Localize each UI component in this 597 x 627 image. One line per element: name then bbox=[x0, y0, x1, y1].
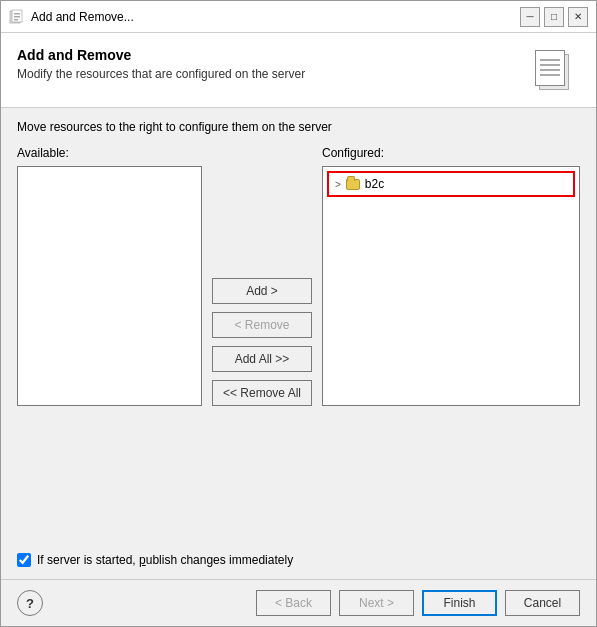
doc-line bbox=[540, 64, 560, 66]
item-folder-icon bbox=[345, 176, 361, 192]
available-label-text: Available: bbox=[17, 146, 69, 160]
configured-label-text: Configured: bbox=[322, 146, 384, 160]
back-label: < Back bbox=[275, 596, 312, 610]
maximize-button[interactable]: □ bbox=[544, 7, 564, 27]
buttons-panel: Add > < Remove Add All >> << Remove All bbox=[202, 146, 322, 537]
cancel-button[interactable]: Cancel bbox=[505, 590, 580, 616]
svg-rect-3 bbox=[14, 16, 20, 18]
doc-front bbox=[535, 50, 565, 86]
doc-line bbox=[540, 59, 560, 61]
minimize-button[interactable]: ─ bbox=[520, 7, 540, 27]
main-window: Add and Remove... ─ □ ✕ Add and Remove M… bbox=[0, 0, 597, 627]
next-label: Next > bbox=[359, 596, 394, 610]
remove-all-button[interactable]: << Remove All bbox=[212, 380, 312, 406]
doc-line bbox=[540, 74, 560, 76]
checkbox-label-text: If server is started, publish changes im… bbox=[37, 553, 293, 567]
help-button[interactable]: ? bbox=[17, 590, 43, 616]
item-expand-arrow: > bbox=[335, 179, 341, 190]
lists-area: Available: Add > < Remove Add All >> << … bbox=[17, 146, 580, 537]
footer-buttons: < Back Next > Finish Cancel bbox=[256, 590, 580, 616]
close-button[interactable]: ✕ bbox=[568, 7, 588, 27]
title-bar-buttons: ─ □ ✕ bbox=[520, 7, 588, 27]
doc-line bbox=[540, 69, 560, 71]
back-button[interactable]: < Back bbox=[256, 590, 331, 616]
remove-button[interactable]: < Remove bbox=[212, 312, 312, 338]
publish-checkbox[interactable] bbox=[17, 553, 31, 567]
svg-rect-2 bbox=[14, 13, 20, 15]
header-icon bbox=[532, 47, 580, 95]
add-all-button[interactable]: Add All >> bbox=[212, 346, 312, 372]
header-section: Add and Remove Modify the resources that… bbox=[1, 33, 596, 108]
doc-lines bbox=[540, 59, 560, 76]
next-button[interactable]: Next > bbox=[339, 590, 414, 616]
available-list[interactable] bbox=[17, 166, 202, 406]
svg-rect-4 bbox=[14, 19, 18, 21]
header-text: Add and Remove Modify the resources that… bbox=[17, 47, 305, 81]
folder-icon bbox=[346, 179, 360, 190]
header-title: Add and Remove bbox=[17, 47, 305, 63]
title-bar-left: Add and Remove... bbox=[9, 9, 134, 25]
configured-label: Configured: bbox=[322, 146, 580, 160]
publish-checkbox-row: If server is started, publish changes im… bbox=[17, 553, 580, 567]
configured-panel: Configured: > b2c bbox=[322, 146, 580, 537]
publish-checkbox-label[interactable]: If server is started, publish changes im… bbox=[37, 553, 293, 567]
configured-item-b2c[interactable]: > b2c bbox=[327, 171, 575, 197]
document-stack-icon bbox=[535, 50, 577, 92]
configured-list[interactable]: > b2c bbox=[322, 166, 580, 406]
header-subtitle: Modify the resources that are configured… bbox=[17, 67, 305, 81]
title-bar: Add and Remove... ─ □ ✕ bbox=[1, 1, 596, 33]
add-button[interactable]: Add > bbox=[212, 278, 312, 304]
footer: ? < Back Next > Finish Cancel bbox=[1, 579, 596, 626]
window-icon bbox=[9, 9, 25, 25]
window-title: Add and Remove... bbox=[31, 10, 134, 24]
available-label: Available: bbox=[17, 146, 202, 160]
finish-button[interactable]: Finish bbox=[422, 590, 497, 616]
instruction-text: Move resources to the right to configure… bbox=[17, 120, 580, 134]
available-panel: Available: bbox=[17, 146, 202, 537]
content-area: Move resources to the right to configure… bbox=[1, 108, 596, 579]
item-name: b2c bbox=[365, 177, 384, 191]
